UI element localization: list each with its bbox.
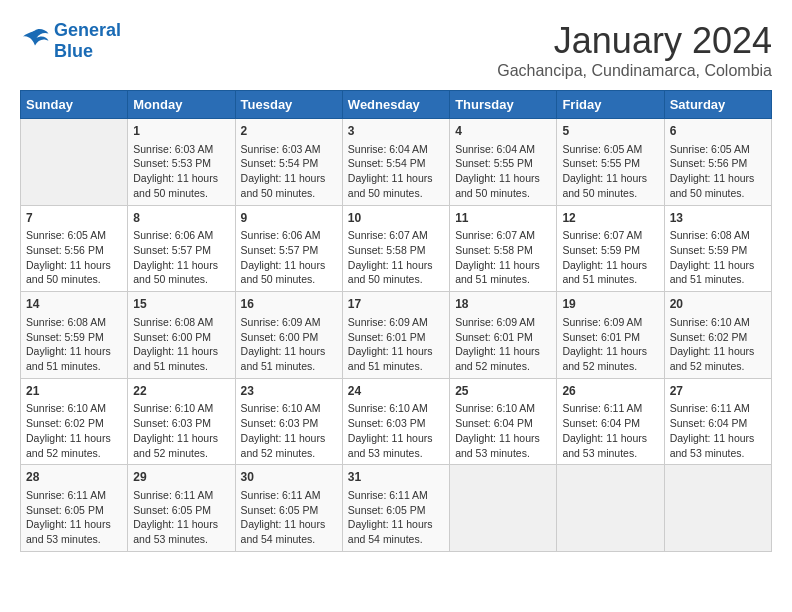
day-info: Sunrise: 6:11 AM Sunset: 6:04 PM Dayligh…: [670, 401, 766, 460]
day-info: Sunrise: 6:08 AM Sunset: 6:00 PM Dayligh…: [133, 315, 229, 374]
day-info: Sunrise: 6:09 AM Sunset: 6:01 PM Dayligh…: [348, 315, 444, 374]
calendar-week-row: 14Sunrise: 6:08 AM Sunset: 5:59 PM Dayli…: [21, 292, 772, 379]
calendar-cell: 1Sunrise: 6:03 AM Sunset: 5:53 PM Daylig…: [128, 119, 235, 206]
weekday-header: Saturday: [664, 91, 771, 119]
weekday-header: Wednesday: [342, 91, 449, 119]
logo-general: General: [54, 20, 121, 41]
day-number: 20: [670, 296, 766, 313]
day-info: Sunrise: 6:09 AM Sunset: 6:00 PM Dayligh…: [241, 315, 337, 374]
day-info: Sunrise: 6:05 AM Sunset: 5:56 PM Dayligh…: [26, 228, 122, 287]
calendar-week-row: 1Sunrise: 6:03 AM Sunset: 5:53 PM Daylig…: [21, 119, 772, 206]
calendar-cell: 3Sunrise: 6:04 AM Sunset: 5:54 PM Daylig…: [342, 119, 449, 206]
day-number: 21: [26, 383, 122, 400]
day-info: Sunrise: 6:10 AM Sunset: 6:03 PM Dayligh…: [241, 401, 337, 460]
day-info: Sunrise: 6:04 AM Sunset: 5:55 PM Dayligh…: [455, 142, 551, 201]
month-title: January 2024: [497, 20, 772, 62]
calendar-week-row: 7Sunrise: 6:05 AM Sunset: 5:56 PM Daylig…: [21, 205, 772, 292]
day-number: 10: [348, 210, 444, 227]
day-number: 1: [133, 123, 229, 140]
calendar-cell: 9Sunrise: 6:06 AM Sunset: 5:57 PM Daylig…: [235, 205, 342, 292]
calendar-cell: 29Sunrise: 6:11 AM Sunset: 6:05 PM Dayli…: [128, 465, 235, 552]
calendar-table: SundayMondayTuesdayWednesdayThursdayFrid…: [20, 90, 772, 552]
calendar-week-row: 21Sunrise: 6:10 AM Sunset: 6:02 PM Dayli…: [21, 378, 772, 465]
calendar-cell: 11Sunrise: 6:07 AM Sunset: 5:58 PM Dayli…: [450, 205, 557, 292]
day-number: 26: [562, 383, 658, 400]
day-number: 2: [241, 123, 337, 140]
day-number: 17: [348, 296, 444, 313]
title-block: January 2024 Gachancipa, Cundinamarca, C…: [497, 20, 772, 80]
day-info: Sunrise: 6:09 AM Sunset: 6:01 PM Dayligh…: [455, 315, 551, 374]
day-info: Sunrise: 6:10 AM Sunset: 6:03 PM Dayligh…: [348, 401, 444, 460]
calendar-cell: 25Sunrise: 6:10 AM Sunset: 6:04 PM Dayli…: [450, 378, 557, 465]
day-info: Sunrise: 6:05 AM Sunset: 5:55 PM Dayligh…: [562, 142, 658, 201]
weekday-header: Monday: [128, 91, 235, 119]
calendar-cell: 18Sunrise: 6:09 AM Sunset: 6:01 PM Dayli…: [450, 292, 557, 379]
day-number: 4: [455, 123, 551, 140]
day-number: 12: [562, 210, 658, 227]
day-info: Sunrise: 6:11 AM Sunset: 6:04 PM Dayligh…: [562, 401, 658, 460]
day-number: 24: [348, 383, 444, 400]
day-number: 8: [133, 210, 229, 227]
day-number: 31: [348, 469, 444, 486]
calendar-cell: 20Sunrise: 6:10 AM Sunset: 6:02 PM Dayli…: [664, 292, 771, 379]
calendar-cell: 6Sunrise: 6:05 AM Sunset: 5:56 PM Daylig…: [664, 119, 771, 206]
day-info: Sunrise: 6:05 AM Sunset: 5:56 PM Dayligh…: [670, 142, 766, 201]
day-number: 22: [133, 383, 229, 400]
day-info: Sunrise: 6:11 AM Sunset: 6:05 PM Dayligh…: [348, 488, 444, 547]
calendar-cell: 31Sunrise: 6:11 AM Sunset: 6:05 PM Dayli…: [342, 465, 449, 552]
calendar-cell: 21Sunrise: 6:10 AM Sunset: 6:02 PM Dayli…: [21, 378, 128, 465]
day-number: 7: [26, 210, 122, 227]
day-number: 16: [241, 296, 337, 313]
logo-text-block: General Blue: [54, 20, 121, 62]
weekday-header: Friday: [557, 91, 664, 119]
logo-icon: [20, 27, 50, 55]
calendar-cell: 24Sunrise: 6:10 AM Sunset: 6:03 PM Dayli…: [342, 378, 449, 465]
calendar-cell: 14Sunrise: 6:08 AM Sunset: 5:59 PM Dayli…: [21, 292, 128, 379]
day-info: Sunrise: 6:07 AM Sunset: 5:58 PM Dayligh…: [455, 228, 551, 287]
calendar-cell: 12Sunrise: 6:07 AM Sunset: 5:59 PM Dayli…: [557, 205, 664, 292]
day-number: 23: [241, 383, 337, 400]
day-info: Sunrise: 6:09 AM Sunset: 6:01 PM Dayligh…: [562, 315, 658, 374]
calendar-cell: 4Sunrise: 6:04 AM Sunset: 5:55 PM Daylig…: [450, 119, 557, 206]
day-number: 25: [455, 383, 551, 400]
day-info: Sunrise: 6:10 AM Sunset: 6:03 PM Dayligh…: [133, 401, 229, 460]
day-number: 6: [670, 123, 766, 140]
day-info: Sunrise: 6:04 AM Sunset: 5:54 PM Dayligh…: [348, 142, 444, 201]
day-info: Sunrise: 6:08 AM Sunset: 5:59 PM Dayligh…: [26, 315, 122, 374]
day-number: 27: [670, 383, 766, 400]
day-number: 15: [133, 296, 229, 313]
calendar-cell: 26Sunrise: 6:11 AM Sunset: 6:04 PM Dayli…: [557, 378, 664, 465]
logo: General Blue: [20, 20, 121, 62]
day-info: Sunrise: 6:06 AM Sunset: 5:57 PM Dayligh…: [241, 228, 337, 287]
day-number: 13: [670, 210, 766, 227]
day-number: 5: [562, 123, 658, 140]
calendar-cell: 2Sunrise: 6:03 AM Sunset: 5:54 PM Daylig…: [235, 119, 342, 206]
day-number: 18: [455, 296, 551, 313]
day-number: 9: [241, 210, 337, 227]
calendar-cell: 16Sunrise: 6:09 AM Sunset: 6:00 PM Dayli…: [235, 292, 342, 379]
calendar-cell: 19Sunrise: 6:09 AM Sunset: 6:01 PM Dayli…: [557, 292, 664, 379]
calendar-cell: [557, 465, 664, 552]
day-number: 30: [241, 469, 337, 486]
weekday-header: Thursday: [450, 91, 557, 119]
calendar-cell: [664, 465, 771, 552]
calendar-cell: 5Sunrise: 6:05 AM Sunset: 5:55 PM Daylig…: [557, 119, 664, 206]
calendar-cell: 22Sunrise: 6:10 AM Sunset: 6:03 PM Dayli…: [128, 378, 235, 465]
day-info: Sunrise: 6:11 AM Sunset: 6:05 PM Dayligh…: [241, 488, 337, 547]
calendar-cell: 15Sunrise: 6:08 AM Sunset: 6:00 PM Dayli…: [128, 292, 235, 379]
weekday-header: Tuesday: [235, 91, 342, 119]
calendar-week-row: 28Sunrise: 6:11 AM Sunset: 6:05 PM Dayli…: [21, 465, 772, 552]
calendar-cell: 30Sunrise: 6:11 AM Sunset: 6:05 PM Dayli…: [235, 465, 342, 552]
day-info: Sunrise: 6:03 AM Sunset: 5:53 PM Dayligh…: [133, 142, 229, 201]
day-info: Sunrise: 6:10 AM Sunset: 6:04 PM Dayligh…: [455, 401, 551, 460]
day-number: 29: [133, 469, 229, 486]
calendar-cell: [450, 465, 557, 552]
calendar-cell: 23Sunrise: 6:10 AM Sunset: 6:03 PM Dayli…: [235, 378, 342, 465]
calendar-cell: [21, 119, 128, 206]
calendar-cell: 28Sunrise: 6:11 AM Sunset: 6:05 PM Dayli…: [21, 465, 128, 552]
day-number: 28: [26, 469, 122, 486]
calendar-cell: 7Sunrise: 6:05 AM Sunset: 5:56 PM Daylig…: [21, 205, 128, 292]
calendar-cell: 8Sunrise: 6:06 AM Sunset: 5:57 PM Daylig…: [128, 205, 235, 292]
calendar-cell: 10Sunrise: 6:07 AM Sunset: 5:58 PM Dayli…: [342, 205, 449, 292]
page-header: General Blue January 2024 Gachancipa, Cu…: [20, 20, 772, 80]
